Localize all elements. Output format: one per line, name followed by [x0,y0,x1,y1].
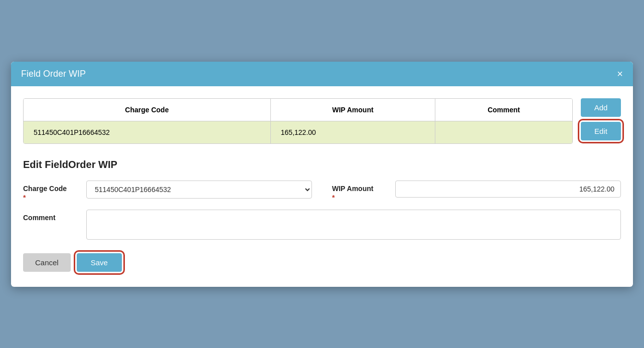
wip-amount-input[interactable] [395,181,621,198]
table-row[interactable]: 511450C401P16664532 165,122.00 [24,121,572,143]
cell-comment [435,121,572,143]
save-button[interactable]: Save [77,253,122,272]
edit-form-title: Edit FieldOrder WIP [23,159,621,170]
comment-row: Comment [23,210,621,241]
close-button[interactable]: × [617,69,623,79]
comment-control [86,210,621,241]
wip-amount-control [395,181,621,198]
modal-title: Field Order WIP [21,69,86,79]
charge-code-control: 511450C401P16664532 [86,181,312,199]
cancel-button[interactable]: Cancel [23,253,71,272]
add-button[interactable]: Add [581,98,621,117]
comment-textarea[interactable] [86,210,621,240]
cell-charge-code: 511450C401P16664532 [24,121,270,143]
comment-label: Comment [23,210,78,222]
col-header-charge-code: Charge Code [24,99,270,121]
col-header-comment: Comment [435,99,572,121]
field-order-wip-modal: Field Order WIP × Charge Code WIP Amount… [11,62,633,287]
edit-button[interactable]: Edit [581,122,621,140]
action-buttons: Add Edit [581,98,621,140]
modal-body: Charge Code WIP Amount Comment 511450C40… [11,86,633,287]
form-footer: Cancel Save [23,253,621,272]
edit-section: Edit FieldOrder WIP Charge Code * 511450… [23,159,621,272]
table-section: Charge Code WIP Amount Comment 511450C40… [23,98,621,144]
table-header-row: Charge Code WIP Amount Comment [24,99,572,121]
charge-code-label: Charge Code * [23,181,78,202]
wip-table: Charge Code WIP Amount Comment 511450C40… [24,99,572,143]
wip-amount-required: * [332,194,387,202]
wip-amount-label: WIP Amount * [332,181,387,202]
form-grid: Charge Code * 511450C401P16664532 WIP Am… [23,181,621,241]
charge-code-required: * [23,194,78,202]
wip-table-wrapper: Charge Code WIP Amount Comment 511450C40… [23,98,573,144]
charge-code-row: Charge Code * 511450C401P16664532 [23,181,312,202]
cell-wip-amount: 165,122.00 [270,121,435,143]
modal-header: Field Order WIP × [11,62,633,86]
col-header-wip-amount: WIP Amount [270,99,435,121]
wip-amount-row: WIP Amount * [332,181,621,202]
charge-code-select[interactable]: 511450C401P16664532 [86,181,312,199]
